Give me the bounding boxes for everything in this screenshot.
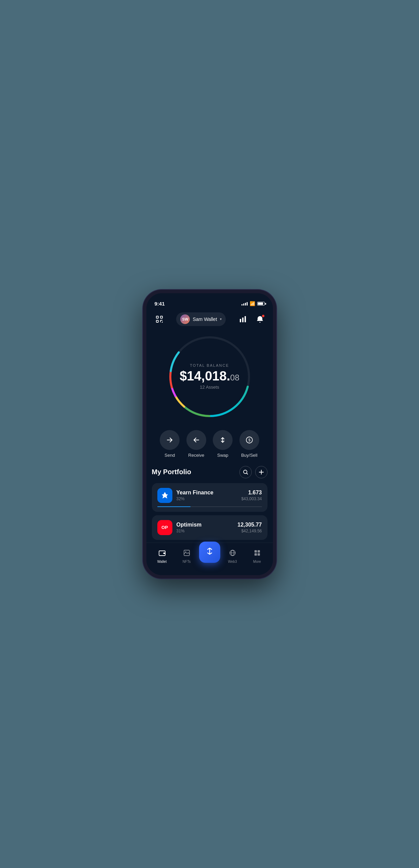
receive-button[interactable]: Receive: [186, 430, 206, 458]
asset-row-yearn: Yearn Finance 32% 1.673 $43,003.34: [157, 488, 262, 503]
nav-item-wallet[interactable]: Wallet: [150, 549, 174, 563]
optimism-name: Optimism: [176, 522, 234, 528]
portfolio-add-button[interactable]: [255, 466, 267, 478]
buysell-icon: $: [239, 430, 259, 450]
scan-icon[interactable]: [153, 313, 166, 325]
top-nav: SW Sam Wallet ▾: [146, 310, 273, 329]
optimism-usd: $42,149.56: [237, 529, 262, 533]
receive-icon: [186, 430, 206, 450]
top-nav-right: [237, 313, 266, 325]
bottom-nav: Wallet NFTs: [146, 543, 273, 575]
svg-rect-35: [258, 553, 260, 556]
optimism-info: Optimism 31%: [176, 522, 234, 533]
avatar: SW: [180, 314, 190, 324]
portfolio-header: My Portfolio: [152, 466, 267, 478]
status-icons: 📶: [241, 301, 265, 306]
swap-icon: [213, 430, 233, 450]
battery-icon: [257, 302, 265, 306]
web3-nav-icon: [229, 549, 236, 558]
nfts-nav-label: NFTs: [183, 560, 191, 563]
optimism-amount: 12,305.77: [237, 522, 262, 528]
nav-item-more[interactable]: More: [245, 549, 270, 563]
yearn-finance-progress-bar: [157, 506, 262, 507]
portfolio-search-button[interactable]: [239, 466, 252, 478]
send-button[interactable]: Send: [160, 430, 180, 458]
send-label: Send: [165, 453, 175, 458]
optimism-pct: 31%: [176, 529, 234, 533]
yearn-finance-info: Yearn Finance 32%: [176, 490, 237, 501]
more-nav-icon: [253, 549, 261, 558]
nfts-nav-icon: [183, 549, 191, 558]
optimism-icon: OP: [157, 520, 172, 535]
svg-line-22: [247, 473, 248, 474]
portfolio-title: My Portfolio: [152, 468, 192, 476]
web3-nav-label: Web3: [228, 560, 237, 563]
wallet-nav-label: Wallet: [157, 560, 167, 563]
svg-rect-33: [258, 550, 260, 553]
svg-marker-25: [162, 492, 168, 498]
svg-rect-0: [156, 316, 158, 318]
send-icon: [160, 430, 180, 450]
notch: [189, 293, 230, 305]
yearn-finance-icon: [157, 488, 172, 503]
yearn-finance-amount: 1.673: [241, 490, 262, 496]
balance-circle: TOTAL BALANCE $14,018.08 12 Assets: [165, 332, 254, 421]
optimism-values: 12,305.77 $42,149.56: [237, 522, 262, 533]
receive-label: Receive: [188, 453, 204, 458]
svg-rect-9: [245, 316, 246, 322]
more-nav-label: More: [253, 560, 261, 563]
svg-text:$: $: [248, 438, 250, 442]
status-time: 9:41: [155, 301, 165, 307]
svg-rect-8: [242, 318, 244, 322]
phone-screen: 9:41 📶: [146, 293, 273, 575]
balance-label: TOTAL BALANCE: [180, 363, 239, 367]
asset-card-optimism[interactable]: OP Optimism 31% 12,305.77 $42,149.56: [152, 515, 267, 540]
phone-frame: 9:41 📶: [143, 290, 276, 579]
yearn-finance-name: Yearn Finance: [176, 490, 237, 496]
portfolio-section: My Portfolio: [146, 463, 273, 543]
swap-label: Swap: [217, 453, 228, 458]
balance-assets: 12 Assets: [180, 385, 239, 390]
svg-rect-2: [156, 320, 158, 322]
balance-section: TOTAL BALANCE $14,018.08 12 Assets: [146, 329, 273, 425]
yearn-finance-usd: $43,003.34: [241, 496, 262, 501]
nav-item-nfts[interactable]: NFTs: [174, 549, 199, 563]
buysell-button[interactable]: $ Buy/Sell: [239, 430, 259, 458]
swap-button[interactable]: Swap: [213, 430, 233, 458]
center-swap-icon: [205, 547, 214, 557]
buysell-label: Buy/Sell: [241, 453, 258, 458]
balance-amount: $14,018.08: [180, 370, 239, 383]
balance-info: TOTAL BALANCE $14,018.08 12 Assets: [180, 363, 239, 390]
wallet-nav-icon: [158, 549, 166, 558]
svg-rect-7: [240, 319, 241, 322]
yearn-finance-pct: 32%: [176, 496, 237, 501]
yearn-finance-progress-fill: [157, 506, 191, 507]
yearn-finance-values: 1.673 $43,003.34: [241, 490, 262, 501]
signal-bars-icon: [241, 302, 248, 306]
svg-rect-1: [160, 316, 162, 318]
chevron-down-icon: ▾: [220, 317, 222, 321]
wifi-icon: 📶: [250, 301, 255, 306]
bell-icon-button[interactable]: [254, 313, 266, 325]
chart-icon-button[interactable]: [237, 313, 249, 325]
svg-rect-32: [254, 550, 257, 553]
action-buttons: Send Receive: [146, 425, 273, 463]
center-swap-button[interactable]: [199, 542, 220, 563]
svg-rect-34: [254, 553, 257, 556]
nav-item-web3[interactable]: Web3: [220, 549, 245, 563]
portfolio-actions: [239, 466, 267, 478]
wallet-name: Sam Wallet: [193, 316, 217, 322]
asset-row-optimism: OP Optimism 31% 12,305.77 $42,149.56: [157, 520, 262, 535]
notification-dot: [262, 314, 265, 318]
svg-point-28: [185, 551, 186, 552]
wallet-selector[interactable]: SW Sam Wallet ▾: [176, 312, 225, 326]
asset-card-yearn[interactable]: Yearn Finance 32% 1.673 $43,003.34: [152, 483, 267, 512]
